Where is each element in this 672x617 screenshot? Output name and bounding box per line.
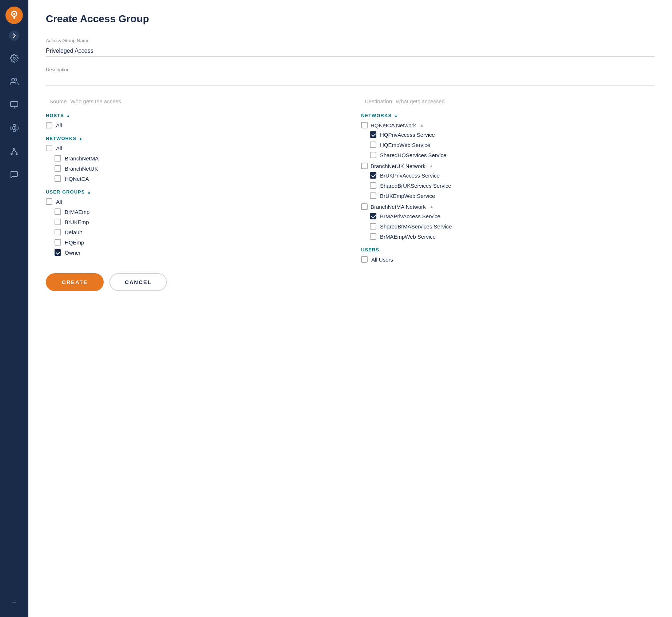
dest-service-sharedbrukservices[interactable]: SharedBrUKServices Service — [370, 182, 655, 189]
sidebar-bottom: — — [12, 600, 16, 610]
source-column: SourceWho gets the access HOSTS ▲ All NE… — [46, 96, 339, 291]
usergroup-brmaemp-checkbox[interactable] — [55, 208, 61, 215]
usergroups-chevron: ▲ — [87, 190, 92, 194]
usergroups-items: All BrMAEmp BrUKEmp Default HQEmp — [46, 198, 339, 256]
source-networks-items: All BranchNetMA BranchNetUK HQNetCA — [46, 145, 339, 182]
dest-service-brmaempweb-checkbox[interactable] — [370, 233, 376, 240]
dest-network-branchnetma[interactable]: BranchNetMA Network ▲ — [361, 203, 655, 210]
source-networks-all-checkbox[interactable] — [46, 145, 52, 151]
dest-users-all-item[interactable]: All Users — [361, 256, 655, 263]
usergroup-brukemp-checkbox[interactable] — [55, 219, 61, 225]
sidebar-nav — [8, 52, 21, 600]
dest-service-brukempweb[interactable]: BrUKEmpWeb Service — [370, 192, 655, 199]
source-network-branchnetma[interactable]: BranchNetMA — [55, 155, 339, 162]
name-input[interactable] — [46, 45, 655, 57]
dest-users-all-checkbox[interactable] — [361, 256, 368, 263]
dest-service-brmaprivaccess[interactable]: BrMAPrivAccess Service — [370, 213, 655, 219]
source-network-hqnetca[interactable]: HQNetCA — [55, 175, 339, 182]
hqnetca-sort-icon: ▲ — [420, 123, 424, 128]
source-networks-section-header[interactable]: NETWORKS ▲ — [46, 136, 339, 141]
usergroup-hqemp[interactable]: HQEmp — [55, 239, 339, 246]
dest-network-hqnetca[interactable]: HQNetCA Network ▲ — [361, 122, 655, 128]
svg-point-1 — [13, 13, 15, 15]
sidebar-toggle-button[interactable] — [9, 31, 19, 41]
dest-service-sharedbrmaservices-checkbox[interactable] — [370, 223, 376, 230]
name-label: Access Group Name — [46, 38, 655, 43]
dest-service-sharedhqservices-checkbox[interactable] — [370, 152, 376, 158]
hosts-all-checkbox[interactable] — [46, 122, 52, 128]
dest-service-brmaempweb[interactable]: BrMAEmpWeb Service — [370, 233, 655, 240]
usergroup-brukemp[interactable]: BrUKEmp — [55, 219, 339, 225]
dest-service-sharedbrukservices-checkbox[interactable] — [370, 182, 376, 189]
svg-line-19 — [14, 150, 17, 153]
usergroups-section-header[interactable]: USER GROUPS ▲ — [46, 189, 339, 195]
destination-column: DestinationWhat gets accessed NETWORKS ▲… — [361, 96, 655, 291]
dest-network-branchnetuk[interactable]: BranchNetUK Network ▲ — [361, 163, 655, 169]
description-field: Description — [46, 67, 655, 86]
usergroup-all-checkbox[interactable] — [46, 198, 52, 205]
usergroup-default-checkbox[interactable] — [55, 229, 61, 235]
dest-service-brukempweb-checkbox[interactable] — [370, 192, 376, 199]
hosts-all-item[interactable]: All — [46, 122, 339, 128]
dest-service-sharedbrmaservices[interactable]: SharedBrMAServices Service — [370, 223, 655, 230]
dest-networks-section-header[interactable]: NETWORKS ▲ — [361, 113, 655, 118]
source-network-branchnetuk-checkbox[interactable] — [55, 165, 61, 172]
dest-service-brmaprivaccess-checkbox[interactable] — [370, 213, 376, 219]
app-logo — [5, 7, 23, 24]
dest-service-hqprivaccess-checkbox[interactable] — [370, 131, 376, 138]
usergroup-owner[interactable]: Owner — [55, 249, 339, 256]
svg-rect-11 — [16, 127, 18, 129]
source-network-branchnetma-checkbox[interactable] — [55, 155, 61, 162]
hosts-items: All — [46, 122, 339, 128]
hosts-section-header[interactable]: HOSTS ▲ — [46, 113, 339, 118]
svg-rect-10 — [10, 127, 12, 129]
usergroup-default[interactable]: Default — [55, 229, 339, 235]
branchnetuk-sort-icon: ▲ — [429, 163, 433, 168]
svg-point-4 — [12, 78, 15, 81]
svg-rect-2 — [13, 16, 15, 19]
dest-service-brukprivaccess[interactable]: BrUKPrivAccess Service — [370, 172, 655, 179]
button-row: CREATE CANCEL — [46, 273, 339, 291]
dest-users-section-header[interactable]: USERS — [361, 247, 655, 252]
usergroup-all-item[interactable]: All — [46, 198, 339, 205]
destination-title: DestinationWhat gets accessed — [361, 96, 655, 106]
name-field: Access Group Name — [46, 38, 655, 57]
page-title: Create Access Group — [46, 13, 655, 25]
main-content: Create Access Group Access Group Name De… — [28, 0, 672, 617]
network-icon[interactable] — [8, 122, 21, 135]
dest-service-hqempweb[interactable]: HQEmpWeb Service — [370, 142, 655, 148]
dest-service-hqprivaccess[interactable]: HQPrivAccess Service — [370, 131, 655, 138]
access-columns: SourceWho gets the access HOSTS ▲ All NE… — [46, 96, 655, 291]
svg-point-3 — [13, 57, 15, 59]
dest-service-brukprivaccess-checkbox[interactable] — [370, 172, 376, 179]
topology-icon[interactable] — [8, 145, 21, 158]
dest-users-items: All Users — [361, 256, 655, 263]
cancel-button[interactable]: CANCEL — [109, 273, 167, 291]
dest-network-hqnetca-checkbox[interactable] — [361, 122, 368, 128]
source-networks-chevron: ▲ — [79, 136, 83, 141]
create-button[interactable]: CREATE — [46, 273, 104, 291]
source-networks-all-item[interactable]: All — [46, 145, 339, 151]
svg-line-18 — [12, 150, 14, 153]
dest-service-sharedhqservices[interactable]: SharedHQServices Service — [370, 152, 655, 158]
settings-icon[interactable] — [8, 52, 21, 65]
users-icon[interactable] — [8, 75, 21, 88]
hosts-chevron: ▲ — [66, 114, 71, 118]
source-title: SourceWho gets the access — [46, 96, 339, 106]
dest-network-branchnetma-checkbox[interactable] — [361, 203, 368, 210]
chat-icon[interactable] — [8, 168, 21, 181]
sidebar: — — [0, 0, 28, 617]
usergroup-hqemp-checkbox[interactable] — [55, 239, 61, 246]
usergroup-brmaemp[interactable]: BrMAEmp — [55, 208, 339, 215]
usergroup-owner-checkbox[interactable] — [55, 249, 61, 256]
devices-icon[interactable] — [8, 98, 21, 111]
source-network-branchnetuk[interactable]: BranchNetUK — [55, 165, 339, 172]
source-network-hqnetca-checkbox[interactable] — [55, 175, 61, 182]
description-label: Description — [46, 67, 655, 72]
dest-service-hqempweb-checkbox[interactable] — [370, 142, 376, 148]
description-input[interactable] — [46, 75, 655, 86]
branchnetma-sort-icon: ▲ — [429, 204, 434, 209]
svg-rect-5 — [11, 101, 18, 107]
dest-networks-chevron: ▲ — [394, 114, 398, 118]
dest-network-branchnetuk-checkbox[interactable] — [361, 163, 368, 169]
